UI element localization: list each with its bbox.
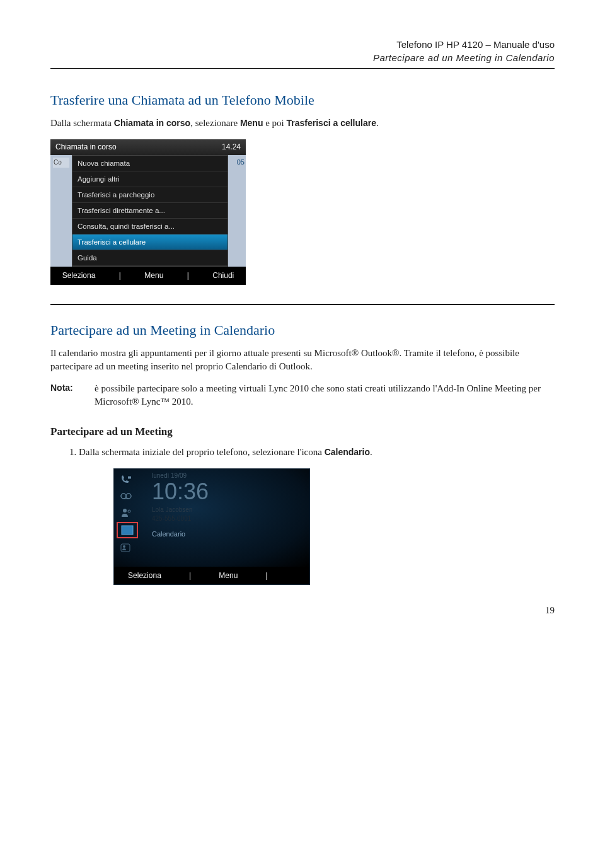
svg-rect-17 <box>123 532 125 533</box>
ph1-title: Chiamata in corso <box>55 142 117 153</box>
section2-heading: Partecipare ad un Meeting in Calendario <box>50 321 555 340</box>
svg-rect-19 <box>128 532 130 533</box>
step-1: Dalla schermata iniziale del proprio tel… <box>79 446 555 459</box>
ph1-time: 14.24 <box>222 142 241 153</box>
menu-consulta-trasferisci[interactable]: Consulta, quindi trasferisci a... <box>72 219 228 234</box>
menu-aggiungi-altri[interactable]: Aggiungi altri <box>72 171 228 187</box>
softkey-chiudi[interactable]: Chiudi <box>212 270 234 281</box>
svg-rect-15 <box>128 530 130 531</box>
section1-para: Dalla schermata Chiamata in corso, selez… <box>50 117 555 130</box>
softkey2-menu[interactable]: Menu <box>219 570 238 581</box>
section1-heading: Trasferire una Chiamata ad un Telefono M… <box>50 91 555 110</box>
menu-trasferisci-parcheggio[interactable]: Trasferisci a parcheggio <box>72 187 228 203</box>
ph2-time: 10:36 <box>152 480 304 503</box>
ph2-name: Lola Jacobsen <box>152 506 304 514</box>
voicemail-icon[interactable] <box>117 489 135 503</box>
ph1-context-menu: Nuova chiamata Aggiungi altri Trasferisc… <box>72 155 228 267</box>
note-block: Nota: è possibile partecipare solo a mee… <box>50 382 555 408</box>
calendar-icon[interactable] <box>117 522 138 538</box>
doc-subtitle: Partecipare ad un Meeting in Calendario <box>50 51 555 64</box>
softkey-seleziona[interactable]: Seleziona <box>62 270 96 281</box>
svg-point-6 <box>123 509 127 512</box>
note-text: è possibile partecipare solo a meeting v… <box>95 382 555 408</box>
svg-point-3 <box>121 494 126 499</box>
svg-rect-13 <box>123 530 125 531</box>
page-number: 19 <box>50 604 555 617</box>
svg-rect-18 <box>125 532 127 533</box>
svg-point-4 <box>126 494 131 499</box>
softkey2-seleziona[interactable]: Seleziona <box>128 570 161 581</box>
svg-rect-21 <box>121 544 130 552</box>
menu-nuova-chiamata[interactable]: Nuova chiamata <box>72 156 228 171</box>
softkey-menu[interactable]: Menu <box>144 270 163 281</box>
doc-title: Telefono IP HP 4120 – Manuale d'uso <box>50 38 555 51</box>
ph2-calendar-label: Calendario <box>152 529 304 539</box>
note-label: Nota: <box>50 382 95 408</box>
menu-trasferisci-cellulare[interactable]: Trasferisci a cellulare <box>72 234 228 250</box>
menu-trasferisci-direttamente[interactable]: Trasferisci direttamente a... <box>72 203 228 219</box>
menu-guida[interactable]: Guida <box>72 250 228 266</box>
svg-point-22 <box>123 545 125 548</box>
svg-rect-2 <box>128 478 131 479</box>
phone-screenshot-2: lunedì 19/09 10:36 Lola Jacobsen 425-555… <box>113 468 310 586</box>
section2-para1: Il calendario mostra gli appuntamenti pe… <box>50 347 555 373</box>
svg-rect-20 <box>130 532 132 533</box>
svg-rect-16 <box>130 530 132 531</box>
presence-icon[interactable] <box>117 541 135 555</box>
ph1-left-label: Co <box>53 158 69 168</box>
ph2-number: 425-555-0001 <box>152 514 304 523</box>
contacts-icon[interactable] <box>117 506 135 519</box>
svg-rect-9 <box>123 528 125 529</box>
phone-screenshot-1: Chiamata in corso 14.24 Co Nuova chiamat… <box>50 139 246 285</box>
svg-rect-0 <box>128 476 131 477</box>
section2-subheading: Partecipare ad un Meeting <box>50 424 555 439</box>
phone-icon[interactable] <box>117 473 135 487</box>
svg-point-7 <box>128 510 130 512</box>
header-rule <box>50 68 555 69</box>
section-divider <box>50 304 555 305</box>
svg-rect-1 <box>128 477 131 478</box>
svg-rect-11 <box>128 528 130 529</box>
svg-rect-14 <box>125 530 127 531</box>
svg-rect-10 <box>125 528 127 529</box>
ph1-right-label: 05 <box>237 158 245 166</box>
svg-rect-12 <box>130 528 132 529</box>
